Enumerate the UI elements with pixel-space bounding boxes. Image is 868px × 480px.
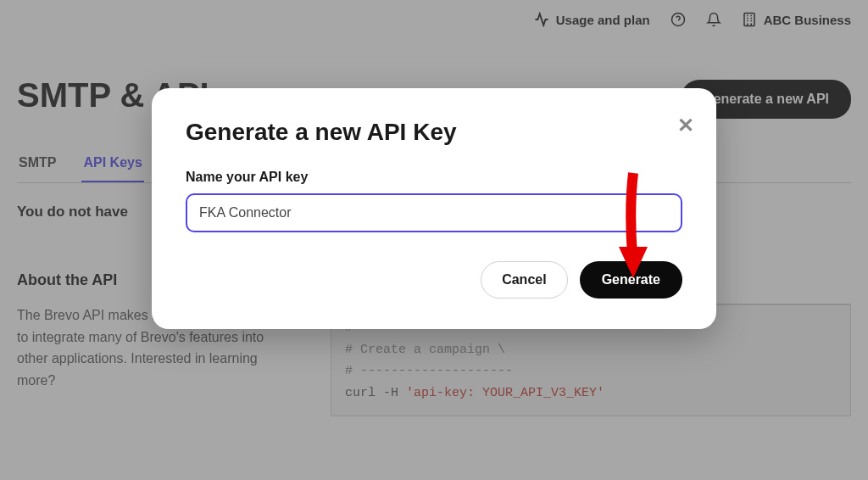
- api-key-name-input[interactable]: [186, 193, 682, 232]
- generate-api-key-modal: ✕ Generate a new API Key Name your API k…: [152, 88, 716, 329]
- generate-button[interactable]: Generate: [580, 261, 682, 299]
- api-key-name-label: Name your API key: [186, 170, 682, 185]
- modal-overlay[interactable]: ✕ Generate a new API Key Name your API k…: [0, 0, 868, 480]
- modal-actions: Cancel Generate: [186, 261, 682, 299]
- cancel-button[interactable]: Cancel: [481, 261, 567, 299]
- close-icon[interactable]: ✕: [677, 115, 694, 136]
- modal-title: Generate a new API Key: [186, 119, 682, 146]
